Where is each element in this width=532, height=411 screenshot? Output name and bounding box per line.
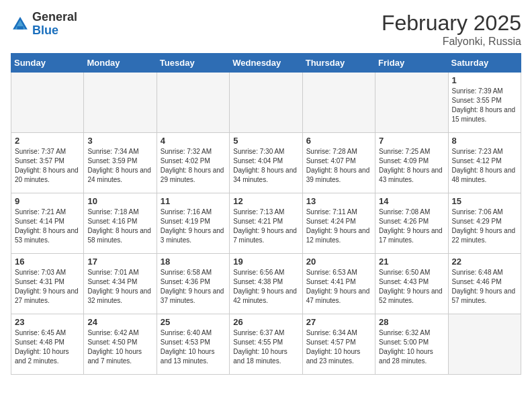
day-info: Sunrise: 6:53 AM Sunset: 4:41 PM Dayligh… — [306, 268, 371, 306]
calendar-cell: 5Sunrise: 7:30 AM Sunset: 4:04 PM Daylig… — [230, 133, 302, 193]
calendar-cell: 15Sunrise: 7:06 AM Sunset: 4:29 PM Dayli… — [448, 193, 521, 254]
day-number: 12 — [233, 196, 298, 206]
day-number: 2 — [15, 136, 80, 146]
calendar-cell: 19Sunrise: 6:56 AM Sunset: 4:38 PM Dayli… — [230, 254, 302, 314]
day-number: 16 — [15, 257, 80, 267]
weekday-wednesday: Wednesday — [230, 54, 302, 73]
day-info: Sunrise: 6:58 AM Sunset: 4:36 PM Dayligh… — [161, 268, 226, 306]
weekday-thursday: Thursday — [302, 54, 375, 73]
day-info: Sunrise: 7:13 AM Sunset: 4:21 PM Dayligh… — [233, 208, 298, 245]
calendar-cell: 8Sunrise: 7:23 AM Sunset: 4:12 PM Daylig… — [448, 133, 521, 193]
weekday-header-row: SundayMondayTuesdayWednesdayThursdayFrid… — [11, 54, 521, 73]
calendar-cell: 9Sunrise: 7:21 AM Sunset: 4:14 PM Daylig… — [11, 193, 84, 254]
logo-general-text: General — [32, 10, 77, 24]
day-info: Sunrise: 7:23 AM Sunset: 4:12 PM Dayligh… — [452, 147, 517, 185]
weekday-saturday: Saturday — [448, 54, 521, 73]
day-info: Sunrise: 7:08 AM Sunset: 4:26 PM Dayligh… — [379, 208, 444, 245]
calendar-cell: 3Sunrise: 7:34 AM Sunset: 3:59 PM Daylig… — [84, 133, 157, 193]
calendar-cell: 7Sunrise: 7:25 AM Sunset: 4:09 PM Daylig… — [375, 133, 448, 193]
day-number: 24 — [87, 317, 152, 327]
calendar-cell: 28Sunrise: 6:32 AM Sunset: 5:00 PM Dayli… — [375, 314, 448, 375]
day-info: Sunrise: 7:16 AM Sunset: 4:19 PM Dayligh… — [161, 208, 226, 245]
calendar-cell: 18Sunrise: 6:58 AM Sunset: 4:36 PM Dayli… — [157, 254, 229, 314]
calendar-cell: 12Sunrise: 7:13 AM Sunset: 4:21 PM Dayli… — [230, 193, 302, 254]
day-number: 18 — [161, 257, 226, 267]
calendar-cell: 10Sunrise: 7:18 AM Sunset: 4:16 PM Dayli… — [84, 193, 157, 254]
calendar-cell: 21Sunrise: 6:50 AM Sunset: 4:43 PM Dayli… — [375, 254, 448, 314]
day-number: 20 — [306, 257, 371, 267]
day-number: 11 — [161, 196, 226, 206]
calendar-cell: 17Sunrise: 7:01 AM Sunset: 4:34 PM Dayli… — [84, 254, 157, 314]
calendar-cell: 25Sunrise: 6:40 AM Sunset: 4:53 PM Dayli… — [157, 314, 229, 375]
day-number: 25 — [161, 317, 226, 327]
day-number: 22 — [452, 257, 517, 267]
day-info: Sunrise: 7:21 AM Sunset: 4:14 PM Dayligh… — [15, 208, 80, 245]
calendar-cell: 6Sunrise: 7:28 AM Sunset: 4:07 PM Daylig… — [302, 133, 375, 193]
calendar-cell: 11Sunrise: 7:16 AM Sunset: 4:19 PM Dayli… — [157, 193, 229, 254]
day-number: 15 — [452, 196, 517, 206]
day-info: Sunrise: 7:30 AM Sunset: 4:04 PM Dayligh… — [233, 147, 298, 185]
calendar-cell: 4Sunrise: 7:32 AM Sunset: 4:02 PM Daylig… — [157, 133, 229, 193]
calendar-table: SundayMondayTuesdayWednesdayThursdayFrid… — [11, 53, 521, 375]
calendar-cell — [11, 73, 84, 133]
day-info: Sunrise: 7:34 AM Sunset: 3:59 PM Dayligh… — [87, 147, 152, 185]
day-info: Sunrise: 7:06 AM Sunset: 4:29 PM Dayligh… — [452, 208, 517, 245]
calendar-cell: 23Sunrise: 6:45 AM Sunset: 4:48 PM Dayli… — [11, 314, 84, 375]
calendar-cell: 16Sunrise: 7:03 AM Sunset: 4:31 PM Dayli… — [11, 254, 84, 314]
calendar-cell: 24Sunrise: 6:42 AM Sunset: 4:50 PM Dayli… — [84, 314, 157, 375]
day-number: 1 — [452, 75, 517, 85]
day-number: 8 — [452, 136, 517, 146]
week-row-4: 16Sunrise: 7:03 AM Sunset: 4:31 PM Dayli… — [11, 254, 521, 314]
day-number: 13 — [306, 196, 371, 206]
day-info: Sunrise: 6:34 AM Sunset: 4:57 PM Dayligh… — [306, 328, 371, 366]
calendar-cell — [448, 314, 521, 375]
day-info: Sunrise: 6:56 AM Sunset: 4:38 PM Dayligh… — [233, 268, 298, 306]
calendar-cell: 14Sunrise: 7:08 AM Sunset: 4:26 PM Dayli… — [375, 193, 448, 254]
location-subtitle: Falyonki, Russia — [382, 36, 521, 48]
week-row-5: 23Sunrise: 6:45 AM Sunset: 4:48 PM Dayli… — [11, 314, 521, 375]
day-info: Sunrise: 7:39 AM Sunset: 3:55 PM Dayligh… — [452, 87, 517, 124]
svg-rect-2 — [17, 26, 23, 30]
day-info: Sunrise: 7:11 AM Sunset: 4:24 PM Dayligh… — [306, 208, 371, 245]
day-number: 21 — [379, 257, 444, 267]
calendar-cell: 13Sunrise: 7:11 AM Sunset: 4:24 PM Dayli… — [302, 193, 375, 254]
month-year-title: February 2025 — [382, 11, 521, 36]
day-info: Sunrise: 6:32 AM Sunset: 5:00 PM Dayligh… — [379, 328, 444, 366]
day-info: Sunrise: 7:03 AM Sunset: 4:31 PM Dayligh… — [15, 268, 80, 306]
logo-icon — [11, 15, 30, 34]
day-info: Sunrise: 7:28 AM Sunset: 4:07 PM Dayligh… — [306, 147, 371, 185]
day-info: Sunrise: 7:37 AM Sunset: 3:57 PM Dayligh… — [15, 147, 80, 185]
calendar-cell: 22Sunrise: 6:48 AM Sunset: 4:46 PM Dayli… — [448, 254, 521, 314]
weekday-monday: Monday — [84, 54, 157, 73]
calendar-cell — [302, 73, 375, 133]
day-info: Sunrise: 6:50 AM Sunset: 4:43 PM Dayligh… — [379, 268, 444, 306]
day-info: Sunrise: 7:18 AM Sunset: 4:16 PM Dayligh… — [87, 208, 152, 245]
day-info: Sunrise: 6:45 AM Sunset: 4:48 PM Dayligh… — [15, 328, 80, 366]
calendar-cell: 26Sunrise: 6:37 AM Sunset: 4:55 PM Dayli… — [230, 314, 302, 375]
day-info: Sunrise: 6:40 AM Sunset: 4:53 PM Dayligh… — [161, 328, 226, 366]
calendar-cell: 27Sunrise: 6:34 AM Sunset: 4:57 PM Dayli… — [302, 314, 375, 375]
day-info: Sunrise: 6:37 AM Sunset: 4:55 PM Dayligh… — [233, 328, 298, 366]
day-number: 3 — [87, 136, 152, 146]
day-number: 26 — [233, 317, 298, 327]
day-number: 28 — [379, 317, 444, 327]
calendar-cell: 2Sunrise: 7:37 AM Sunset: 3:57 PM Daylig… — [11, 133, 84, 193]
day-number: 4 — [161, 136, 226, 146]
weekday-tuesday: Tuesday — [157, 54, 229, 73]
week-row-3: 9Sunrise: 7:21 AM Sunset: 4:14 PM Daylig… — [11, 193, 521, 254]
day-info: Sunrise: 6:48 AM Sunset: 4:46 PM Dayligh… — [452, 268, 517, 306]
day-number: 7 — [379, 136, 444, 146]
day-info: Sunrise: 7:32 AM Sunset: 4:02 PM Dayligh… — [161, 147, 226, 185]
calendar-body: 1Sunrise: 7:39 AM Sunset: 3:55 PM Daylig… — [11, 73, 521, 375]
calendar-cell: 1Sunrise: 7:39 AM Sunset: 3:55 PM Daylig… — [448, 73, 521, 133]
day-number: 23 — [15, 317, 80, 327]
day-info: Sunrise: 7:25 AM Sunset: 4:09 PM Dayligh… — [379, 147, 444, 185]
day-number: 17 — [87, 257, 152, 267]
calendar-cell — [157, 73, 229, 133]
weekday-friday: Friday — [375, 54, 448, 73]
logo-blue-text: Blue — [32, 24, 58, 37]
calendar-cell — [375, 73, 448, 133]
day-number: 10 — [87, 196, 152, 206]
calendar-cell — [84, 73, 157, 133]
day-number: 19 — [233, 257, 298, 267]
